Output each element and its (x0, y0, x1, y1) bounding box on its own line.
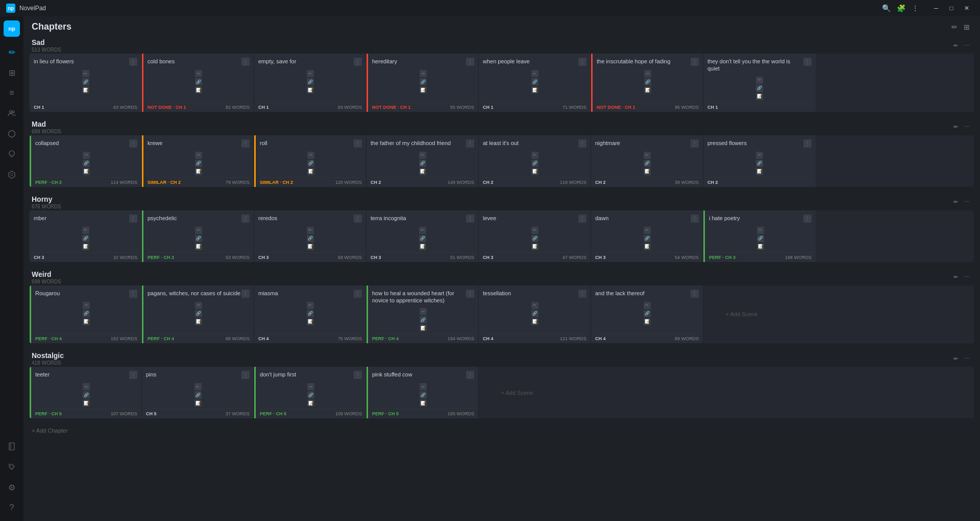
scene-menu-button[interactable]: ⋮ (241, 215, 250, 223)
chapter-edit-button[interactable]: ✏ (951, 41, 960, 50)
scene-menu-button[interactable]: ⋮ (578, 290, 586, 298)
scene-menu-button[interactable]: ⋮ (129, 139, 137, 148)
scene-edit-icon[interactable]: ✏ (644, 302, 651, 309)
scene-link-icon[interactable]: 🔗 (194, 391, 202, 398)
scene-link-icon[interactable]: 🔗 (531, 78, 538, 85)
scene-link-icon[interactable]: 🔗 (195, 78, 202, 85)
scene-link-icon[interactable]: 🔗 (195, 235, 202, 242)
scene-link-icon[interactable]: 🔗 (756, 160, 763, 167)
scene-edit-icon[interactable]: ✏ (83, 383, 90, 390)
scene-edit-icon[interactable]: ✏ (195, 70, 202, 77)
scene-note-icon[interactable]: 📝 (82, 243, 89, 250)
scene-link-icon[interactable]: 🔗 (531, 310, 538, 317)
scene-menu-button[interactable]: ⋮ (241, 139, 250, 148)
scene-edit-icon[interactable]: ✏ (756, 77, 763, 84)
scene-menu-button[interactable]: ⋮ (803, 58, 812, 66)
scene-link-icon[interactable]: 🔗 (307, 235, 314, 242)
add-chapter-button[interactable]: + Add Chapter (30, 423, 974, 438)
scene-link-icon[interactable]: 🔗 (307, 78, 314, 85)
scene-card[interactable]: pagans, witches, nor cases of suicide ⋮ … (142, 286, 254, 344)
scene-card[interactable]: the father of my childhood friend ⋮ ✏ 🔗 … (366, 135, 479, 187)
scene-menu-button[interactable]: ⋮ (466, 371, 474, 379)
chapter-edit-button[interactable]: ✏ (951, 123, 960, 131)
scene-menu-button[interactable]: ⋮ (578, 139, 586, 148)
scene-note-icon[interactable]: 📝 (756, 168, 763, 175)
scene-link-icon[interactable]: 🔗 (83, 391, 90, 398)
scene-card[interactable]: pins ⋮ ✏ 🔗 📝 CH 5 37 WORDS (142, 367, 254, 418)
scene-link-icon[interactable]: 🔗 (531, 160, 538, 167)
scene-card[interactable]: they don't tell you the the world is qui… (703, 54, 816, 112)
scene-menu-button[interactable]: ⋮ (354, 58, 362, 66)
scene-card[interactable]: terra incognita ⋮ ✏ 🔗 📝 CH 3 51 WORDS (366, 210, 479, 262)
scene-note-icon[interactable]: 📝 (195, 86, 202, 93)
scene-card[interactable]: empty, save for ⋮ ✏ 🔗 📝 CH 1 83 WORDS (254, 54, 366, 112)
scene-note-icon[interactable]: 📝 (82, 86, 89, 93)
add-scene-button[interactable]: + Add Scene (479, 367, 555, 418)
scene-note-icon[interactable]: 📝 (531, 168, 538, 175)
scene-edit-icon[interactable]: ✏ (307, 70, 314, 77)
scene-link-icon[interactable]: 🔗 (644, 78, 651, 85)
scene-edit-icon[interactable]: ✏ (195, 227, 202, 234)
scene-card[interactable]: hereditary ⋮ ✏ 🔗 📝 NOT DONE · CH 1 55 WO… (366, 54, 479, 112)
chapter-more-button[interactable]: ⋯ (962, 123, 972, 131)
scene-edit-icon[interactable]: ✏ (307, 302, 314, 309)
scene-card[interactable]: and the lack thereof ⋮ ✏ 🔗 📝 CH 4 89 WOR… (591, 286, 703, 344)
scene-link-icon[interactable]: 🔗 (307, 310, 314, 317)
scene-card[interactable]: when people leave ⋮ ✏ 🔗 📝 CH 1 71 WORDS (479, 54, 591, 112)
scene-note-icon[interactable]: 📝 (307, 399, 314, 407)
scene-menu-button[interactable]: ⋮ (129, 290, 137, 298)
scene-card[interactable]: roll ⋮ ✏ 🔗 📝 SIMILAR · CH 2 120 WORDS (254, 135, 366, 187)
scene-menu-button[interactable]: ⋮ (466, 290, 474, 298)
scene-edit-icon[interactable]: ✏ (757, 227, 764, 234)
scene-note-icon[interactable]: 📝 (307, 318, 314, 325)
scene-edit-icon[interactable]: ✏ (307, 383, 314, 390)
sidebar-item-lightbulb[interactable] (3, 145, 21, 163)
scene-card[interactable]: collapsed ⋮ ✏ 🔗 📝 PERF · CH 2 114 WORDS (30, 135, 142, 187)
scene-edit-icon[interactable]: ✏ (307, 152, 314, 159)
scene-menu-button[interactable]: ⋮ (691, 139, 699, 148)
scene-link-icon[interactable]: 🔗 (83, 160, 90, 167)
grid-view-button[interactable]: ⊞ (962, 22, 972, 32)
scene-note-icon[interactable]: 📝 (644, 86, 651, 93)
sidebar-item-tag[interactable] (3, 458, 21, 476)
scene-card[interactable]: dawn ⋮ ✏ 🔗 📝 CH 3 54 WORDS (591, 210, 703, 262)
scene-edit-icon[interactable]: ✏ (420, 70, 427, 77)
scene-link-icon[interactable]: 🔗 (82, 235, 89, 242)
scene-card[interactable]: psychedelic ⋮ ✏ 🔗 📝 PERF · CH 3 53 WORDS (142, 210, 254, 262)
maximize-button[interactable]: □ (944, 3, 959, 13)
scene-card[interactable]: at least it's out ⋮ ✏ 🔗 📝 CH 2 118 WORDS (479, 135, 591, 187)
scene-note-icon[interactable]: 📝 (419, 243, 426, 250)
scene-menu-button[interactable]: ⋮ (466, 215, 474, 223)
scene-card[interactable]: cold bones ⋮ ✏ 🔗 📝 NOT DONE · CH 1 82 WO… (142, 54, 254, 112)
scene-card[interactable]: Rougarou ⋮ ✏ 🔗 📝 PERF · CH 4 152 WORDS (30, 286, 142, 344)
scene-note-icon[interactable]: 📝 (194, 399, 202, 407)
scene-card[interactable]: don't jump first ⋮ ✏ 🔗 📝 PERF · CH 5 109… (254, 367, 366, 418)
scene-note-icon[interactable]: 📝 (420, 86, 427, 93)
scene-edit-icon[interactable]: ✏ (531, 302, 538, 309)
scene-note-icon[interactable]: 📝 (83, 399, 90, 407)
minimize-button[interactable]: ─ (929, 3, 943, 13)
scene-note-icon[interactable]: 📝 (756, 93, 763, 100)
scene-link-icon[interactable]: 🔗 (195, 310, 202, 317)
scene-menu-button[interactable]: ⋮ (129, 215, 137, 223)
scene-note-icon[interactable]: 📝 (644, 318, 651, 325)
scene-link-icon[interactable]: 🔗 (531, 235, 538, 242)
scene-menu-button[interactable]: ⋮ (354, 371, 362, 379)
scene-link-icon[interactable]: 🔗 (82, 78, 89, 85)
scene-menu-button[interactable]: ⋮ (803, 215, 812, 223)
scene-edit-icon[interactable]: ✏ (756, 152, 763, 159)
scene-note-icon[interactable]: 📝 (531, 243, 538, 250)
sidebar-item-list[interactable]: ≡ (3, 84, 21, 102)
scene-note-icon[interactable]: 📝 (195, 318, 202, 325)
scene-menu-button[interactable]: ⋮ (241, 58, 250, 66)
sidebar-item-pen[interactable]: ✏ (3, 43, 21, 61)
scene-card[interactable]: tessellation ⋮ ✏ 🔗 📝 CH 4 121 WORDS (479, 286, 591, 344)
chapter-edit-button[interactable]: ✏ (951, 273, 960, 281)
scene-note-icon[interactable]: 📝 (420, 399, 427, 407)
scene-menu-button[interactable]: ⋮ (578, 215, 586, 223)
scene-link-icon[interactable]: 🔗 (307, 391, 314, 398)
scene-menu-button[interactable]: ⋮ (578, 58, 586, 66)
sidebar-item-help[interactable]: ? (3, 499, 21, 517)
scene-link-icon[interactable]: 🔗 (756, 85, 763, 92)
scene-card[interactable]: i hate poetry ⋮ ✏ 🔗 📝 PERF · CH 3 198 WO… (703, 210, 816, 262)
